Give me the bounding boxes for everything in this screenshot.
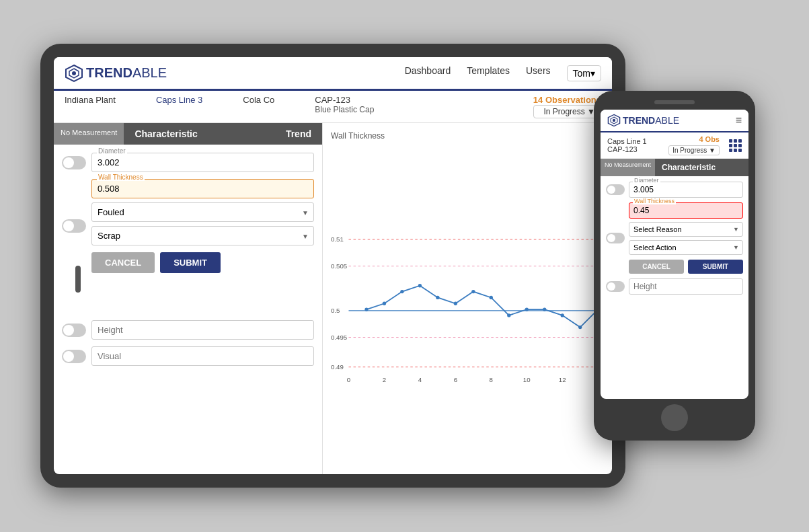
- visual-toggle[interactable]: [62, 350, 86, 363]
- phone-wall-thickness-input[interactable]: [629, 202, 743, 219]
- phone-menu-button[interactable]: ≡: [736, 114, 742, 126]
- wall-thickness-label: Wall Thickness: [97, 174, 145, 181]
- phone-action-select-wrapper: Select Action: [629, 240, 743, 255]
- height-toggle[interactable]: [62, 324, 86, 337]
- phone-reason-select[interactable]: Select Reason: [629, 222, 743, 237]
- phone-action-select[interactable]: Select Action: [629, 240, 743, 255]
- phone-device: TRENDABLE ≡ Caps Line 1 CAP-123 4 Obs In…: [594, 91, 755, 441]
- tablet-device: TRENDABLE Dashboard Templates Users Tom▾…: [40, 44, 625, 488]
- breadcrumb-obs-status: 14 Observations In Progress ▼: [533, 95, 601, 118]
- phone-bc-left: Caps Line 1 CAP-123: [607, 137, 663, 153]
- phone-characteristic-header: Characteristic: [655, 159, 722, 176]
- breadcrumb-plant: Indiana Plant: [65, 95, 116, 105]
- trend-header: Trend: [275, 123, 322, 145]
- phone-diameter-row: Diameter: [606, 182, 743, 198]
- phone-diameter-label: Diameter: [633, 177, 660, 184]
- trendable-logo-icon: [65, 64, 83, 83]
- diameter-input[interactable]: [91, 153, 314, 172]
- tablet-submit-button[interactable]: SUBMIT: [160, 252, 221, 273]
- breadcrumb-part-name: Blue Plastic Cap: [315, 105, 374, 114]
- wall-thickness-toggle[interactable]: [62, 219, 86, 233]
- phone-bc-part: CAP-123: [607, 145, 663, 153]
- phone-home-button[interactable]: [661, 404, 688, 431]
- breadcrumb-cap-id: CAP-123: [315, 95, 350, 105]
- phone-height-field: [629, 278, 743, 295]
- diameter-label: Diameter: [97, 147, 127, 155]
- phone-no-measurement-label: No Measurement: [601, 159, 655, 176]
- svg-text:0.495: 0.495: [331, 334, 347, 341]
- phone-screen: TRENDABLE ≡ Caps Line 1 CAP-123 4 Obs In…: [601, 110, 748, 399]
- phone-height-toggle[interactable]: [606, 281, 625, 292]
- svg-point-27: [471, 290, 475, 293]
- phone-grid-icon[interactable]: [729, 139, 742, 152]
- reason-select[interactable]: Fouled: [91, 202, 314, 222]
- svg-text:4: 4: [418, 376, 422, 383]
- svg-text:0.49: 0.49: [331, 363, 344, 371]
- svg-point-26: [454, 302, 457, 305]
- tablet-logo: TRENDABLE: [65, 64, 167, 83]
- tablet-screen: TRENDABLE Dashboard Templates Users Tom▾…: [54, 57, 612, 474]
- tablet-navbar: TRENDABLE Dashboard Templates Users Tom▾: [54, 57, 612, 91]
- phone-cancel-button[interactable]: CANCEL: [629, 260, 684, 274]
- svg-point-24: [418, 284, 422, 287]
- tablet-main-content: No Measurement Characteristic Trend Diam…: [54, 123, 612, 474]
- phone-logo-icon: [607, 114, 621, 127]
- tablet-breadcrumb: Indiana Plant Caps Line 3 Cola Co CAP-12…: [54, 91, 612, 123]
- phone-logo: TRENDABLE: [607, 114, 736, 127]
- svg-text:10: 10: [523, 376, 531, 383]
- svg-point-28: [490, 296, 493, 299]
- phone-obs-count: 4 Obs: [699, 135, 720, 143]
- phone-navbar: TRENDABLE ≡: [601, 110, 748, 132]
- phone-wall-thickness-row: Wall Thickness Select Reason Select Acti…: [606, 202, 743, 274]
- phone-height-row: [606, 278, 743, 295]
- svg-text:0: 0: [347, 376, 351, 383]
- svg-text:8: 8: [490, 376, 493, 383]
- phone-submit-button[interactable]: SUBMIT: [688, 260, 743, 274]
- visual-input[interactable]: [91, 346, 314, 366]
- tablet-left-panel: No Measurement Characteristic Trend Diam…: [54, 123, 323, 474]
- phone-logo-text: TRENDABLE: [623, 115, 679, 126]
- phone-status-badge[interactable]: In Progress ▼: [668, 145, 720, 155]
- wall-thickness-row: Wall Thickness Fouled Scrap: [62, 179, 314, 273]
- svg-point-37: [613, 119, 615, 122]
- nav-user-menu[interactable]: Tom▾: [567, 65, 601, 81]
- phone-bc-line: Caps Line 1: [607, 137, 663, 145]
- svg-text:2: 2: [383, 376, 386, 383]
- tablet-chart-area: Wall Thickness 0.51 0.505 0.5: [323, 123, 612, 474]
- svg-point-23: [400, 290, 403, 293]
- svg-point-21: [364, 307, 368, 311]
- obs-count: 14 Observations: [533, 95, 601, 105]
- phone-height-input[interactable]: [629, 278, 743, 295]
- phone-action-buttons: CANCEL SUBMIT: [629, 260, 743, 274]
- svg-text:0.505: 0.505: [331, 262, 347, 270]
- phone-diameter-field: Diameter: [629, 182, 743, 198]
- height-input[interactable]: [91, 320, 314, 340]
- phone-panel-header: No Measurement Characteristic: [601, 159, 748, 176]
- tablet-side-button[interactable]: [75, 266, 81, 293]
- visual-row: [62, 346, 314, 366]
- svg-point-32: [561, 313, 564, 317]
- nav-users[interactable]: Users: [526, 65, 551, 81]
- breadcrumb-line[interactable]: Caps Line 3: [156, 95, 202, 105]
- phone-diameter-input[interactable]: [629, 182, 743, 198]
- diameter-toggle[interactable]: [62, 156, 86, 169]
- phone-breadcrumb: Caps Line 1 CAP-123 4 Obs In Progress ▼: [601, 132, 748, 159]
- tablet-cancel-button[interactable]: CANCEL: [91, 252, 155, 273]
- tablet-action-buttons: CANCEL SUBMIT: [91, 252, 314, 273]
- no-measurement-label: No Measurement: [54, 123, 124, 145]
- svg-point-29: [507, 313, 510, 317]
- phone-measurements-list: Diameter Wall Thickness Select Reason: [601, 176, 748, 399]
- tablet-measurements-list: Diameter Wall Thickness: [54, 145, 322, 474]
- phone-speaker: [654, 100, 695, 104]
- phone-wall-thickness-toggle[interactable]: [606, 233, 625, 243]
- height-row: [62, 320, 314, 340]
- status-badge[interactable]: In Progress ▼: [533, 105, 601, 118]
- svg-point-30: [525, 307, 529, 311]
- nav-dashboard[interactable]: Dashboard: [405, 65, 451, 81]
- nav-templates[interactable]: Templates: [467, 65, 510, 81]
- svg-text:6: 6: [454, 376, 457, 383]
- action-select[interactable]: Scrap: [91, 226, 314, 245]
- phone-diameter-toggle[interactable]: [606, 184, 625, 195]
- wall-thickness-input[interactable]: [91, 179, 314, 198]
- phone-wall-thickness-field: Wall Thickness: [629, 202, 743, 219]
